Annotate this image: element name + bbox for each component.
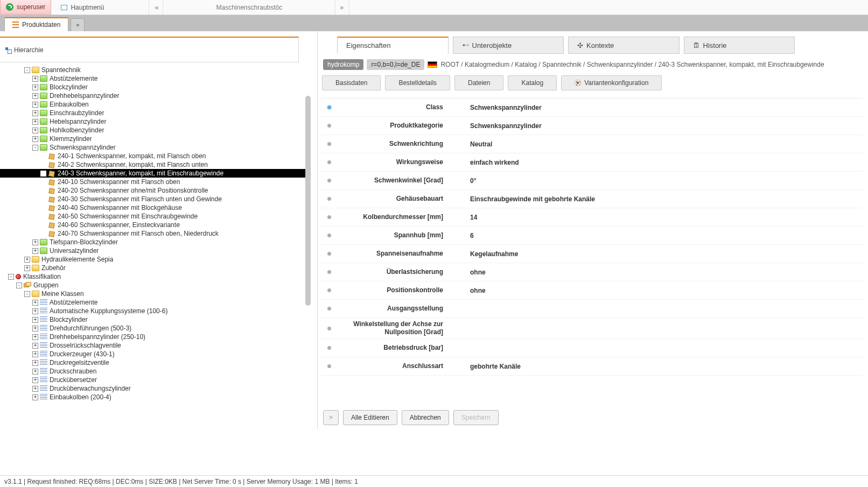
expand-icon[interactable]: + xyxy=(32,119,38,125)
property-value[interactable]: ohne xyxy=(451,269,863,276)
tree-row[interactable]: 240-20 Schwenkspanner ohne/mit Positions… xyxy=(0,186,307,195)
property-value[interactable]: ohne xyxy=(451,287,863,294)
tree-row[interactable]: +Hohlkolbenzylinder xyxy=(0,126,307,135)
collapse-icon[interactable]: - xyxy=(32,145,38,151)
expand-icon[interactable]: + xyxy=(32,334,38,340)
expand-icon[interactable]: + xyxy=(32,369,38,375)
subtab-variantenkonfiguration[interactable]: Variantenkonfiguration xyxy=(561,75,662,90)
property-value[interactable]: 6 xyxy=(451,232,863,239)
property-value[interactable]: Kegelaufnahme xyxy=(451,250,863,258)
next-button[interactable]: > xyxy=(323,410,339,425)
tree-row[interactable]: +Klemmzylinder xyxy=(0,135,307,143)
tree-row[interactable]: +Zubehör xyxy=(0,264,307,272)
expand-icon[interactable]: + xyxy=(32,102,38,108)
nav-prev-icon[interactable]: ◄ xyxy=(149,0,163,15)
user-chip[interactable]: superuser xyxy=(0,0,51,15)
tree-row[interactable]: 240-3 Schwenkspanner, kompakt, mit Einsc… xyxy=(0,169,307,178)
tree-row[interactable]: -Klassifikation xyxy=(0,272,307,281)
property-value[interactable]: einfach wirkend xyxy=(451,159,863,166)
expand-icon[interactable]: + xyxy=(32,84,38,90)
expand-icon[interactable]: + xyxy=(32,343,38,349)
tree-row[interactable]: 240-10 Schwenkspanner mit Flansch oben xyxy=(0,178,307,186)
expand-icon[interactable]: + xyxy=(32,76,38,82)
collapse-icon[interactable]: - xyxy=(8,274,14,280)
tree-row[interactable]: -Schwenkspannzylinder xyxy=(0,143,307,152)
subtab-basisdaten[interactable]: Basisdaten xyxy=(322,75,381,90)
expand-icon[interactable]: + xyxy=(32,386,38,392)
tree-row[interactable]: 240-50 Schwenkspanner mit Einschraubgewi… xyxy=(0,212,307,221)
tree-row[interactable]: +Universalzylinder xyxy=(0,246,307,255)
tree-row[interactable]: 240-2 Schwenkspanner, kompakt, mit Flans… xyxy=(0,160,307,169)
tree-row[interactable]: +Drehhebelspannzylinder xyxy=(0,91,307,100)
property-value[interactable]: Schwenkspannzylinder xyxy=(451,104,863,111)
cancel-button[interactable]: Abbrechen xyxy=(402,410,449,425)
tab-eigenschaften[interactable]: Eigenschaften xyxy=(337,37,449,54)
expand-icon[interactable]: + xyxy=(32,360,38,366)
tree-row[interactable]: +Drehhebelspannzylinder (250-10) xyxy=(0,333,307,341)
breadcrumb[interactable]: ROOT / Katalogmedium / Katalog / Spannte… xyxy=(440,61,824,68)
tree-row[interactable]: 240-60 Schwenkspanner, Einsteckvariante xyxy=(0,221,307,229)
save-button[interactable]: Speichern xyxy=(453,410,499,425)
pill-db[interactable]: hydrokomp xyxy=(323,59,363,70)
subtab-bestelldetails[interactable]: Bestelldetails xyxy=(385,75,450,90)
tab-historie[interactable]: 🗓Historie xyxy=(684,37,795,54)
tree-row[interactable]: -Meine Klassen xyxy=(0,290,307,298)
collapse-icon[interactable]: - xyxy=(24,67,30,73)
expand-icon[interactable]: + xyxy=(32,377,38,383)
expand-icon[interactable]: + xyxy=(32,326,38,331)
subtab-katalog[interactable]: Katalog xyxy=(508,75,557,90)
tree-row[interactable]: +Abstützelemente xyxy=(0,74,307,83)
tree-row[interactable]: 240-40 Schwenkspanner mit Blockgehäuse xyxy=(0,203,307,212)
expand-icon[interactable]: + xyxy=(32,351,38,357)
tree-row[interactable]: +Automatische Kupplungssysteme (100-6) xyxy=(0,307,307,315)
tab-unterobjekte[interactable]: ⬷Unterobjekte xyxy=(453,37,564,54)
expand-icon[interactable]: + xyxy=(24,257,30,263)
property-value[interactable]: Schwenkspannzylinder xyxy=(451,122,863,130)
document-tab-produktdaten[interactable]: Produktdaten xyxy=(4,17,68,31)
tree-row[interactable]: +Hebelspannzylinder xyxy=(0,117,307,126)
subtab-dateien[interactable]: Dateien xyxy=(454,75,503,90)
tree-row[interactable]: +Drucküberwachungszylinder xyxy=(0,384,307,393)
tree-row[interactable]: 240-70 Schwenkspanner mit Flansch oben, … xyxy=(0,229,307,238)
tree-row[interactable]: +Druckregelsitzventile xyxy=(0,358,307,367)
add-tab-button[interactable]: + xyxy=(71,18,85,31)
expand-icon[interactable]: + xyxy=(32,308,38,314)
nav-next-icon[interactable]: ► xyxy=(335,0,349,15)
collapse-icon[interactable]: - xyxy=(16,283,22,288)
tree-row[interactable]: +Drehdurchführungen (500-3) xyxy=(0,324,307,333)
tree-row[interactable]: +Einbaukolben xyxy=(0,100,307,109)
tree-row[interactable]: +Drosselrückschlagventile xyxy=(0,341,307,350)
tree-row[interactable]: -Gruppen xyxy=(0,281,307,290)
pill-locale[interactable]: r=0,b=0,l=de_DE xyxy=(367,59,424,70)
collapse-icon[interactable]: - xyxy=(24,291,30,297)
tree-row[interactable]: +Tiefspann-Blockzylinder xyxy=(0,238,307,246)
tree-row[interactable]: 240-30 Schwenkspanner mit Flansch unten … xyxy=(0,195,307,203)
expand-icon[interactable]: + xyxy=(32,110,38,116)
tree-row[interactable]: +Einschraubzylinder xyxy=(0,109,307,117)
expand-icon[interactable]: + xyxy=(32,239,38,245)
page-title-tab[interactable]: Maschinenschraubstöc xyxy=(163,0,335,15)
property-value[interactable]: Einschraubgewinde mit gebohrte Kanäle xyxy=(451,195,863,203)
tab-kontexte[interactable]: ✣Kontexte xyxy=(568,37,680,54)
property-value[interactable]: 0° xyxy=(451,177,863,185)
expand-icon[interactable]: + xyxy=(24,265,30,271)
property-value[interactable]: gebohrte Kanäle xyxy=(451,363,863,370)
tree-row[interactable]: +Druckschrauben xyxy=(0,367,307,376)
tree-row[interactable]: +Hydraulikelemente Sepia xyxy=(0,255,307,264)
tree-row[interactable]: +Blockzylinder xyxy=(0,83,307,91)
scrollbar-thumb[interactable] xyxy=(305,96,311,306)
main-menu-tab[interactable]: Hauptmenü xyxy=(52,0,149,15)
expand-icon[interactable]: + xyxy=(32,317,38,323)
tree-row[interactable]: +Druckübersetzer xyxy=(0,376,307,384)
tree-row[interactable]: 240-1 Schwenkspanner, kompakt, mit Flans… xyxy=(0,152,307,160)
expand-icon[interactable]: + xyxy=(32,128,38,133)
edit-all-button[interactable]: Alle Editieren xyxy=(343,410,397,425)
tree-row[interactable]: +Druckerzeuger (430-1) xyxy=(0,350,307,358)
tree-row[interactable]: +Blockzylinder xyxy=(0,315,307,324)
expand-icon[interactable]: + xyxy=(32,136,38,142)
property-value[interactable]: Neutral xyxy=(451,140,863,148)
property-value[interactable]: 14 xyxy=(451,214,863,221)
expand-icon[interactable]: + xyxy=(32,248,38,254)
tree-row[interactable]: +Einbaukolben (200-4) xyxy=(0,393,307,401)
hierarchy-tree[interactable]: -Spanntechnik+Abstützelemente+Blockzylin… xyxy=(0,66,307,426)
